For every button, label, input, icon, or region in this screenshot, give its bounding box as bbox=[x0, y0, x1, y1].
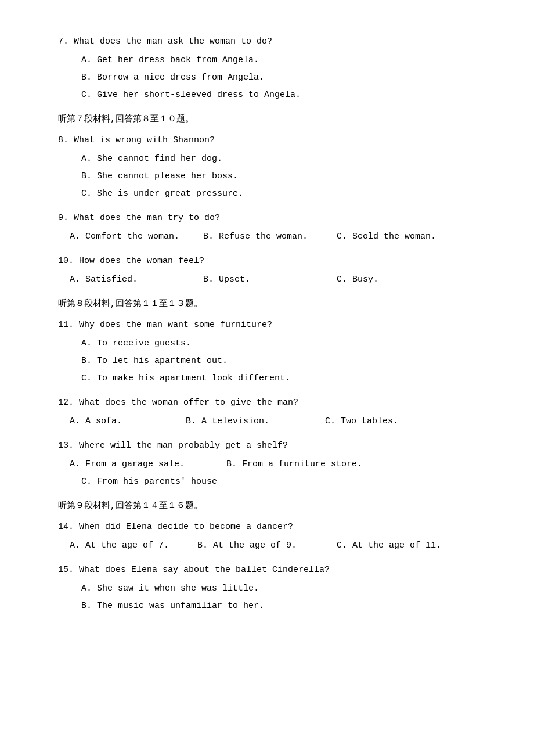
question-8: 8. What is wrong with Shannon? A. She ca… bbox=[58, 134, 488, 201]
question-10-text: 10. How does the woman feel? bbox=[58, 254, 488, 268]
q12-options-inline: A. A sofa. B. A television. C. Two table… bbox=[70, 415, 488, 429]
q7-option-a: A. Get her dress back from Angela. bbox=[81, 53, 488, 67]
q7-number: 7. bbox=[58, 37, 74, 46]
question-7-text: 7. What does the man ask the woman to do… bbox=[58, 35, 488, 49]
q11-option-c: C. To make his apartment look different. bbox=[81, 372, 488, 386]
question-13-text: 13. Where will the man probably get a sh… bbox=[58, 439, 488, 453]
q11-option-a: A. To receive guests. bbox=[81, 337, 488, 351]
question-8-text: 8. What is wrong with Shannon? bbox=[58, 134, 488, 147]
q12-option-b: B. A television. bbox=[186, 415, 313, 429]
q9-option-c: C. Scold the woman. bbox=[337, 230, 459, 244]
q7-content: What does the man ask the woman to do? bbox=[74, 37, 272, 46]
q13-options-ab: A. From a garage sale. B. From a furnitu… bbox=[70, 458, 488, 471]
section4-header: 听第９段材料,回答第１４至１６题。 bbox=[58, 499, 488, 513]
q8-option-a: A. She cannot find her dog. bbox=[81, 152, 488, 166]
q12-option-a: A. A sofa. bbox=[70, 415, 174, 429]
q7-option-b: B. Borrow a nice dress from Angela. bbox=[81, 71, 488, 85]
question-9: 9. What does the man try to do? A. Comfo… bbox=[58, 211, 488, 244]
q7-option-c: C. Give her short-sleeved dress to Angel… bbox=[81, 88, 488, 102]
q14-option-b: B. At the age of 9. bbox=[197, 539, 325, 553]
question-15: 15. What does Elena say about the ballet… bbox=[58, 563, 488, 613]
question-7: 7. What does the man ask the woman to do… bbox=[58, 35, 488, 102]
question-12-text: 12. What does the woman offer to give th… bbox=[58, 396, 488, 410]
q13-option-b: B. From a furniture store. bbox=[226, 458, 362, 471]
question-14: 14. When did Elena decide to become a da… bbox=[58, 520, 488, 553]
section3-header: 听第８段材料,回答第１１至１３题。 bbox=[58, 297, 488, 311]
q14-option-c: C. At the age of 11. bbox=[337, 539, 459, 553]
q10-option-a: A. Satisfied. bbox=[70, 273, 192, 287]
q8-option-b: B. She cannot please her boss. bbox=[81, 170, 488, 183]
question-11: 11. Why does the man want some furniture… bbox=[58, 318, 488, 386]
question-9-text: 9. What does the man try to do? bbox=[58, 211, 488, 225]
q9-option-a: A. Comfort the woman. bbox=[70, 230, 192, 244]
q8-option-c: C. She is under great pressure. bbox=[81, 187, 488, 201]
q15-option-b: B. The music was unfamiliar to her. bbox=[81, 599, 488, 613]
question-12: 12. What does the woman offer to give th… bbox=[58, 396, 488, 429]
q10-options-inline: A. Satisfied. B. Upset. C. Busy. bbox=[70, 273, 488, 287]
q12-option-c: C. Two tables. bbox=[325, 415, 447, 429]
question-14-text: 14. When did Elena decide to become a da… bbox=[58, 520, 488, 534]
q15-option-a: A. She saw it when she was little. bbox=[81, 582, 488, 596]
q11-option-b: B. To let his apartment out. bbox=[81, 354, 488, 368]
q13-option-c: C. From his parents' house bbox=[81, 475, 488, 489]
q14-option-a: A. At the age of 7. bbox=[70, 539, 186, 553]
q10-option-b: B. Upset. bbox=[203, 273, 325, 287]
question-10: 10. How does the woman feel? A. Satisfie… bbox=[58, 254, 488, 287]
q9-options-inline: A. Comfort the woman. B. Refuse the woma… bbox=[70, 230, 488, 244]
q10-option-c: C. Busy. bbox=[337, 273, 459, 287]
question-11-text: 11. Why does the man want some furniture… bbox=[58, 318, 488, 332]
q13-option-a: A. From a garage sale. bbox=[70, 458, 215, 471]
q14-options-inline: A. At the age of 7. B. At the age of 9. … bbox=[70, 539, 488, 553]
section2-header: 听第７段材料,回答第８至１０题。 bbox=[58, 113, 488, 127]
question-13: 13. Where will the man probably get a sh… bbox=[58, 439, 488, 489]
q9-option-b: B. Refuse the woman. bbox=[203, 230, 325, 244]
question-15-text: 15. What does Elena say about the ballet… bbox=[58, 563, 488, 577]
